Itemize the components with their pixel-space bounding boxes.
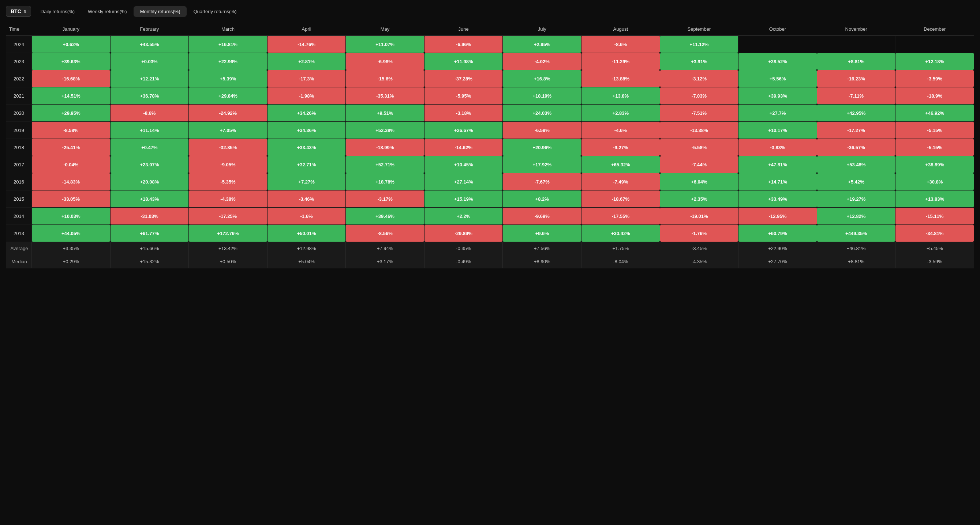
data-cell: +2.83% — [581, 105, 660, 122]
asset-label: BTC — [11, 8, 21, 14]
footer-row-average: Average+3.35%+15.66%+13.42%+12.98%+7.94%… — [6, 242, 974, 255]
data-cell: -37.28% — [424, 70, 503, 87]
footer-cell: +0.29% — [32, 255, 110, 268]
month-header-july: July — [503, 23, 581, 36]
data-cell: +44.05% — [32, 225, 110, 242]
data-cell: +29.95% — [32, 105, 110, 122]
data-cell: +17.92% — [503, 156, 581, 173]
data-cell: +8.81% — [817, 53, 896, 70]
data-cell — [896, 36, 974, 53]
footer-cell: -3.45% — [660, 242, 738, 255]
year-cell-2020: 2020 — [6, 105, 32, 122]
data-cell: -13.38% — [660, 122, 738, 139]
tab-quarterly-returns---[interactable]: Quarterly returns(%) — [187, 6, 243, 17]
data-cell: -7.44% — [660, 156, 738, 173]
data-cell: +2.81% — [267, 53, 346, 70]
data-cell: -35.31% — [346, 87, 425, 105]
data-cell: -17.3% — [267, 70, 346, 87]
table-row: 2022-16.68%+12.21%+5.39%-17.3%-15.6%-37.… — [6, 70, 974, 87]
month-header-march: March — [189, 23, 267, 36]
data-cell: +13.83% — [896, 190, 974, 208]
data-cell: -3.17% — [346, 190, 425, 208]
footer-cell: -4.35% — [660, 255, 738, 268]
asset-selector[interactable]: BTC ⇅ — [6, 6, 31, 17]
data-cell: -7.51% — [660, 105, 738, 122]
data-cell: +53.48% — [817, 156, 896, 173]
month-header-june: June — [424, 23, 503, 36]
data-cell: -17.27% — [817, 122, 896, 139]
data-cell: +46.92% — [896, 105, 974, 122]
data-cell: +12.18% — [896, 53, 974, 70]
footer-cell: +27.70% — [738, 255, 817, 268]
data-cell: +39.93% — [738, 87, 817, 105]
tab-group: Daily returns(%)Weekly returns(%)Monthly… — [34, 6, 243, 17]
tab-monthly-returns---[interactable]: Monthly returns(%) — [134, 6, 187, 17]
table-row: 2018-25.41%+0.47%-32.85%+33.43%-18.99%-1… — [6, 139, 974, 156]
table-row: 2020+29.95%-8.6%-24.92%+34.26%+9.51%-3.1… — [6, 105, 974, 122]
footer-cell: +7.94% — [346, 242, 425, 255]
table-row: 2017-0.04%+23.07%-9.05%+32.71%+52.71%+10… — [6, 156, 974, 173]
footer-cell: +8.90% — [503, 255, 581, 268]
year-cell-2022: 2022 — [6, 70, 32, 87]
year-cell-2024: 2024 — [6, 36, 32, 53]
footer-cell: +8.81% — [817, 255, 896, 268]
year-cell-2023: 2023 — [6, 53, 32, 70]
data-cell: -25.41% — [32, 139, 110, 156]
data-cell: -16.23% — [817, 70, 896, 87]
data-cell: -17.25% — [189, 208, 267, 225]
footer-cell: +13.42% — [189, 242, 267, 255]
data-cell: -14.83% — [32, 173, 110, 190]
data-cell: +20.08% — [110, 173, 189, 190]
data-cell: -18.99% — [346, 139, 425, 156]
data-cell: -8.58% — [32, 122, 110, 139]
month-header-may: May — [346, 23, 425, 36]
footer-cell: +15.32% — [110, 255, 189, 268]
data-cell: -7.11% — [817, 87, 896, 105]
data-cell: +33.49% — [738, 190, 817, 208]
data-cell: -5.95% — [424, 87, 503, 105]
data-cell: -13.88% — [581, 70, 660, 87]
year-cell-2021: 2021 — [6, 87, 32, 105]
data-cell: -8.6% — [581, 36, 660, 53]
data-cell: +27.7% — [738, 105, 817, 122]
data-cell: +6.04% — [660, 173, 738, 190]
data-cell: +39.63% — [32, 53, 110, 70]
tab-weekly-returns---[interactable]: Weekly returns(%) — [81, 6, 134, 17]
footer-cell: -0.49% — [424, 255, 503, 268]
data-cell: -1.6% — [267, 208, 346, 225]
data-cell: +2.35% — [660, 190, 738, 208]
data-cell: -16.68% — [32, 70, 110, 87]
data-cell: -33.05% — [32, 190, 110, 208]
data-cell: +61.77% — [110, 225, 189, 242]
data-cell: +23.07% — [110, 156, 189, 173]
data-cell: -3.83% — [738, 139, 817, 156]
data-cell: +14.51% — [32, 87, 110, 105]
data-cell: +9.6% — [503, 225, 581, 242]
data-cell: +34.36% — [267, 122, 346, 139]
footer-cell: +5.45% — [896, 242, 974, 255]
table-row: 2024+0.62%+43.55%+16.81%-14.76%+11.07%-6… — [6, 36, 974, 53]
data-cell: -32.85% — [189, 139, 267, 156]
footer-cell: +5.04% — [267, 255, 346, 268]
data-cell: +33.43% — [267, 139, 346, 156]
data-cell: -4.6% — [581, 122, 660, 139]
tab-daily-returns---[interactable]: Daily returns(%) — [34, 6, 81, 17]
data-cell: +7.27% — [267, 173, 346, 190]
data-cell: -34.81% — [896, 225, 974, 242]
data-cell: +172.76% — [189, 225, 267, 242]
data-cell: +30.42% — [581, 225, 660, 242]
data-cell: +19.27% — [817, 190, 896, 208]
footer-cell: +0.50% — [189, 255, 267, 268]
footer-label-median: Median — [6, 255, 32, 268]
data-cell: +0.62% — [32, 36, 110, 53]
table-row: 2015-33.05%+18.43%-4.38%-3.46%-3.17%+15.… — [6, 190, 974, 208]
data-cell: +34.26% — [267, 105, 346, 122]
month-header-january: January — [32, 23, 110, 36]
data-cell: +18.43% — [110, 190, 189, 208]
footer-cell: +46.81% — [817, 242, 896, 255]
footer-row-median: Median+0.29%+15.32%+0.50%+5.04%+3.17%-0.… — [6, 255, 974, 268]
footer-label-average: Average — [6, 242, 32, 255]
data-cell: +18.19% — [503, 87, 581, 105]
data-cell: +0.47% — [110, 139, 189, 156]
month-header-february: February — [110, 23, 189, 36]
